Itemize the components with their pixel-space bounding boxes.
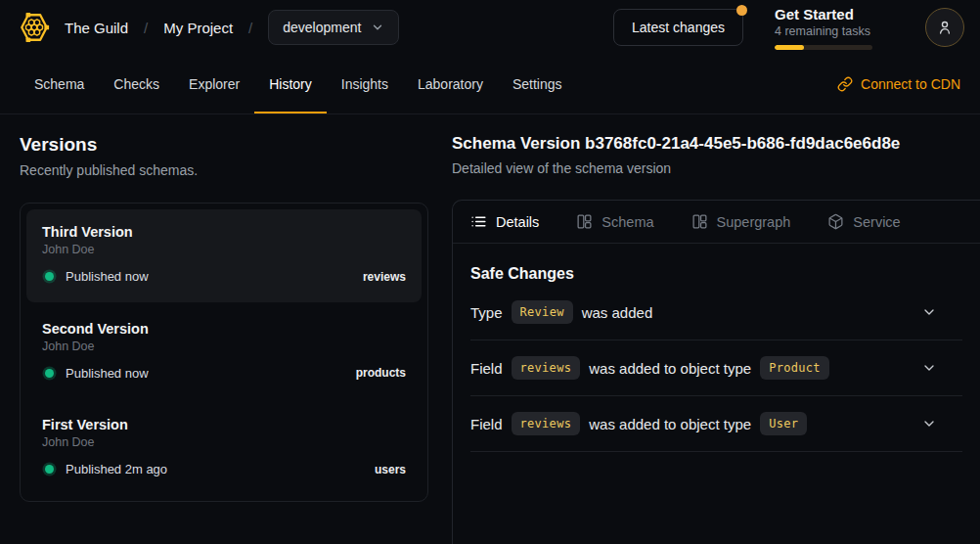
panels-icon bbox=[576, 213, 593, 230]
change-row-field-user[interactable]: Field reviews was added to object type U… bbox=[470, 396, 962, 452]
version-author: John Doe bbox=[42, 340, 406, 353]
version-item-first[interactable]: First Version John Doe Published 2m ago … bbox=[26, 402, 422, 495]
user-avatar-button[interactable] bbox=[925, 8, 964, 47]
notification-dot bbox=[736, 5, 747, 16]
type-badge: Product bbox=[760, 356, 829, 380]
tab-label: Supergraph bbox=[717, 214, 791, 230]
version-item-second[interactable]: Second Version John Doe Published now pr… bbox=[26, 306, 422, 399]
nav-tab-history[interactable]: History bbox=[254, 55, 327, 113]
schema-version-panel: Schema Version b3768fc0-21a4-45e5-b686-f… bbox=[452, 114, 980, 544]
breadcrumb-org[interactable]: The Guild bbox=[65, 20, 128, 36]
target-select[interactable]: development bbox=[268, 10, 399, 45]
versions-panel: Versions Recently published schemas. Thi… bbox=[0, 114, 452, 544]
published-status-icon bbox=[45, 272, 54, 281]
nav-tab-settings[interactable]: Settings bbox=[498, 55, 577, 113]
chevron-down-icon[interactable] bbox=[921, 416, 937, 431]
versions-title: Versions bbox=[20, 134, 428, 156]
nav-tabs: Schema Checks Explorer History Insights … bbox=[20, 55, 577, 113]
main-nav: Schema Checks Explorer History Insights … bbox=[0, 55, 980, 114]
get-started-progress-fill bbox=[775, 45, 804, 50]
chevron-down-icon bbox=[371, 21, 384, 34]
get-started-title: Get Started bbox=[775, 6, 902, 23]
hive-logo-icon[interactable] bbox=[18, 11, 51, 44]
nav-tab-label: Explorer bbox=[189, 76, 240, 92]
version-meta: Published 2m ago users bbox=[42, 462, 406, 476]
tab-label: Schema bbox=[601, 214, 653, 230]
change-prefix: Field bbox=[470, 416, 503, 432]
published-status-icon bbox=[45, 369, 54, 378]
version-title: Third Version bbox=[42, 224, 406, 240]
chevron-down-icon[interactable] bbox=[921, 304, 937, 320]
service-name: users bbox=[375, 463, 406, 476]
nav-tab-label: Schema bbox=[34, 76, 84, 92]
nav-tab-insights[interactable]: Insights bbox=[327, 55, 403, 113]
breadcrumb-separator: / bbox=[142, 20, 150, 36]
version-author: John Doe bbox=[42, 243, 406, 256]
get-started-widget[interactable]: Get Started 4 remaining tasks bbox=[775, 6, 902, 50]
nav-tab-label: History bbox=[269, 76, 312, 92]
tab-details[interactable]: Details bbox=[470, 213, 539, 230]
nav-tab-checks[interactable]: Checks bbox=[99, 55, 174, 113]
latest-changes-label: Latest changes bbox=[632, 20, 725, 35]
change-prefix: Type bbox=[470, 304, 503, 321]
tab-supergraph[interactable]: Supergraph bbox=[691, 213, 791, 230]
safe-changes-title: Safe Changes bbox=[470, 265, 962, 283]
versions-subtitle: Recently published schemas. bbox=[20, 162, 428, 178]
nav-tab-explorer[interactable]: Explorer bbox=[174, 55, 254, 113]
version-author: John Doe bbox=[42, 435, 406, 449]
target-select-value: development bbox=[283, 20, 361, 35]
versions-list: Third Version John Doe Published now rev… bbox=[20, 203, 428, 502]
nav-tab-schema[interactable]: Schema bbox=[20, 55, 99, 113]
tab-service[interactable]: Service bbox=[827, 213, 900, 230]
top-bar: The Guild / My Project / development Lat… bbox=[0, 0, 980, 55]
tab-schema[interactable]: Schema bbox=[576, 213, 653, 230]
latest-changes-button[interactable]: Latest changes bbox=[613, 9, 743, 46]
schema-version-header: Schema Version b3768fc0-21a4-45e5-b686-f… bbox=[452, 134, 980, 176]
chevron-down-icon[interactable] bbox=[921, 360, 937, 376]
change-row-field-product[interactable]: Field reviews was added to object type P… bbox=[470, 340, 962, 396]
version-item-third[interactable]: Third Version John Doe Published now rev… bbox=[26, 209, 422, 302]
service-name: products bbox=[356, 366, 406, 380]
version-meta: Published now reviews bbox=[42, 269, 406, 284]
version-title: First Version bbox=[42, 417, 406, 432]
change-text: was added bbox=[582, 304, 653, 321]
nav-tab-label: Laboratory bbox=[418, 76, 483, 92]
published-status-icon bbox=[45, 465, 54, 474]
schema-version-subtitle: Detailed view of the schema version bbox=[452, 160, 960, 176]
schema-version-title: Schema Version b3768fc0-21a4-45e5-b686-f… bbox=[452, 134, 960, 154]
get-started-progressbar bbox=[775, 45, 872, 50]
main-content: Versions Recently published schemas. Thi… bbox=[0, 114, 980, 544]
version-title: Second Version bbox=[42, 321, 406, 337]
nav-tab-label: Insights bbox=[341, 76, 388, 92]
change-text: was added to object type bbox=[589, 360, 751, 377]
box-icon bbox=[827, 213, 844, 230]
change-row-type-review[interactable]: Type Review was added bbox=[470, 285, 962, 340]
tab-label: Service bbox=[853, 214, 900, 230]
link-icon bbox=[837, 76, 853, 92]
change-text: was added to object type bbox=[589, 416, 751, 432]
detail-tabs: Details Schema Sup bbox=[453, 201, 980, 244]
schema-version-detail-box: Details Schema Sup bbox=[452, 200, 980, 544]
connect-to-cdn-link[interactable]: Connect to CDN bbox=[837, 76, 960, 92]
detail-body: Safe Changes Type Review was added Field… bbox=[453, 244, 980, 452]
nav-tab-label: Settings bbox=[512, 76, 562, 92]
service-name: reviews bbox=[363, 270, 406, 284]
breadcrumb-separator: / bbox=[246, 20, 254, 36]
tab-label: Details bbox=[496, 214, 539, 230]
code-badge: Review bbox=[512, 300, 573, 324]
nav-right: Connect to CDN bbox=[837, 55, 960, 113]
list-icon bbox=[470, 213, 487, 230]
breadcrumb-project[interactable]: My Project bbox=[163, 20, 233, 36]
type-badge: User bbox=[760, 412, 807, 435]
change-prefix: Field bbox=[470, 360, 503, 377]
version-meta: Published now products bbox=[42, 366, 406, 381]
published-label: Published 2m ago bbox=[66, 462, 167, 476]
get-started-subtitle: 4 remaining tasks bbox=[775, 24, 902, 38]
nav-tab-label: Checks bbox=[113, 76, 159, 92]
user-icon bbox=[936, 19, 954, 36]
code-badge: reviews bbox=[512, 356, 581, 380]
published-label: Published now bbox=[66, 366, 149, 381]
code-badge: reviews bbox=[512, 412, 581, 435]
nav-tab-laboratory[interactable]: Laboratory bbox=[403, 55, 498, 113]
panels-icon bbox=[691, 213, 708, 230]
